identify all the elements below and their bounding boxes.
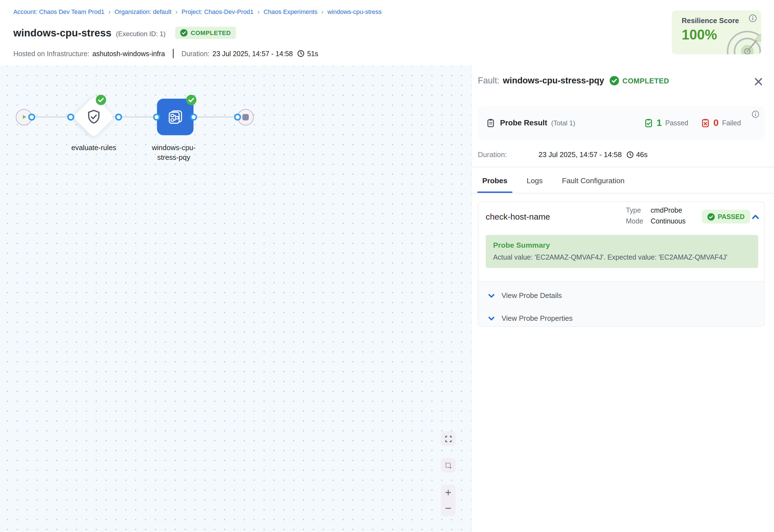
passed-label: Passed <box>665 119 688 127</box>
probe-result-total: (Total 1) <box>551 119 575 127</box>
info-icon[interactable] <box>749 14 756 22</box>
breadcrumb-item: Chaos Experiments › <box>264 8 328 15</box>
execution-id-label: (Execution ID: 1) <box>116 30 166 37</box>
meta-divider <box>173 49 174 58</box>
page-header: Account: Chaos Dev Team Prod1 › Organiza… <box>0 0 774 66</box>
panel-tab[interactable]: Probes <box>477 167 512 193</box>
tabs-divider <box>472 193 774 193</box>
probe-card-footer: View Probe Details View Probe Properties <box>478 281 764 326</box>
duration-seconds: 51s <box>307 49 318 57</box>
probe-status-label: PASSED <box>718 213 745 220</box>
breadcrumb-separator-icon: › <box>108 9 111 15</box>
close-icon[interactable] <box>753 76 763 87</box>
failed-label: Failed <box>722 119 741 127</box>
marquee-select-icon <box>445 462 452 469</box>
breadcrumb-link[interactable]: Organization: default <box>115 8 172 15</box>
status-badge-label: COMPLETED <box>191 29 231 36</box>
breadcrumb-link[interactable]: Account: Chaos Dev Team Prod1 <box>13 8 105 15</box>
breadcrumb-item: Organization: default › <box>115 8 182 15</box>
breadcrumb-link[interactable]: Chaos Experiments <box>264 8 317 15</box>
fault-status-label: COMPLETED <box>622 77 669 84</box>
node-label-fault: windows-cpu-stress-pqy <box>147 143 201 163</box>
passed-count: 1 <box>656 118 662 128</box>
marquee-select-button[interactable] <box>441 458 456 473</box>
resilience-score-card: Resilience Score 100% <box>672 10 761 54</box>
play-icon <box>21 113 28 120</box>
fault-header: Fault: windows-cpu-stress-pqy COMPLETED <box>478 76 669 86</box>
node-success-badge-icon <box>96 95 106 105</box>
fault-duration-seconds: 46s <box>636 151 648 158</box>
port <box>153 114 160 120</box>
check-circle-icon <box>610 76 619 85</box>
probe-summary-text: Actual value: 'EC2AMAZ-QMVAF4J'. Expecte… <box>493 253 751 261</box>
clock-icon <box>626 151 634 158</box>
fault-duration-label: Duration: <box>478 151 539 158</box>
clipboard-x-icon <box>701 118 710 127</box>
zoom-controls <box>441 485 456 516</box>
probe-result-summary: Probe Result (Total 1) <box>486 106 575 140</box>
breadcrumb-separator-icon: › <box>321 9 324 15</box>
fault-duration-value: 23 Jul 2025, 14:57 - 14:58 <box>539 151 622 158</box>
panel-tab[interactable]: Logs <box>522 167 547 193</box>
breadcrumb-item: Account: Chaos Dev Team Prod1 › <box>13 8 115 15</box>
probe-mode-value: Continuous <box>651 217 686 225</box>
probe-expand-row[interactable]: View Probe Details <box>478 284 764 307</box>
chevron-down-icon <box>488 292 495 299</box>
node-success-badge-icon <box>186 95 196 105</box>
resilience-score-value: 100% <box>682 27 717 43</box>
panel-tab[interactable]: Fault Configuration <box>557 167 629 193</box>
chaos-fault-icon <box>166 108 185 126</box>
hosted-label: Hosted on Infrastructure: <box>13 49 90 57</box>
breadcrumb-link[interactable]: Project: Chaos-Dev-Prod1 <box>182 8 254 15</box>
breadcrumb-item: Project: Chaos-Dev-Prod1 › <box>182 8 264 15</box>
probe-expand-label: View Probe Details <box>502 292 562 299</box>
chevron-up-icon[interactable] <box>751 213 760 221</box>
clipboard-check-icon <box>644 118 653 127</box>
execution-meta-row: Hosted on Infrastructure: ashutosh-windo… <box>13 49 318 58</box>
probe-result-card: Probe Result (Total 1) 1 Passed 0 Failed <box>478 106 765 140</box>
page-title: windows-cpu-stress <box>13 27 111 39</box>
probe-expand-label: View Probe Properties <box>502 314 573 322</box>
fault-details-panel: Fault: windows-cpu-stress-pqy COMPLETED … <box>472 66 774 532</box>
probe-summary-title: Probe Summary <box>493 241 751 249</box>
info-icon[interactable] <box>752 111 759 118</box>
check-circle-icon <box>180 29 188 37</box>
evaluate-rules-node[interactable] <box>73 96 115 138</box>
zoom-out-button[interactable] <box>441 500 456 516</box>
check-circle-icon <box>707 213 715 220</box>
breadcrumb-link[interactable]: windows-cpu-stress <box>328 8 382 15</box>
status-badge: COMPLETED <box>175 27 236 39</box>
breadcrumb-separator-icon: › <box>175 9 178 15</box>
port <box>190 114 197 120</box>
probe-mode-label: Mode <box>626 217 643 225</box>
fault-name: windows-cpu-stress-pqy <box>503 76 604 86</box>
zoom-in-button[interactable] <box>441 485 456 501</box>
hosted-value: ashutosh-windows-infra <box>92 49 165 57</box>
probe-type-mode: Type cmdProbe Mode Continuous <box>626 206 686 225</box>
probe-card: check-host-name Type cmdProbe Mode Conti… <box>478 201 765 327</box>
port <box>234 114 241 120</box>
breadcrumb-item: windows-cpu-stress › <box>328 8 382 15</box>
title-row: windows-cpu-stress (Execution ID: 1) COM… <box>13 27 236 39</box>
duration-label: Duration: <box>182 49 210 57</box>
probe-name: check-host-name <box>486 212 550 222</box>
resilience-score-label: Resilience Score <box>682 17 739 24</box>
fullscreen-icon <box>445 435 452 442</box>
plus-icon <box>444 489 452 496</box>
port <box>115 114 122 120</box>
probe-expand-row[interactable]: View Probe Properties <box>478 307 764 327</box>
fault-duration-row: Duration: 23 Jul 2025, 14:57 - 14:58 46s <box>478 151 648 158</box>
minus-icon <box>444 504 452 512</box>
pipeline-canvas[interactable]: evaluate-rules windows-cpu-stress-pqy <box>0 66 472 532</box>
fullscreen-button[interactable] <box>441 431 456 446</box>
probe-summary-box: Probe Summary Actual value: 'EC2AMAZ-QMV… <box>486 235 758 268</box>
chevron-down-icon <box>488 315 495 322</box>
node-label-evaluate-rules: evaluate-rules <box>54 143 133 153</box>
clock-icon <box>297 50 305 57</box>
panel-tabs: Probes Logs Fault Configuration <box>477 167 629 193</box>
probe-type-label: Type <box>626 206 643 214</box>
clipboard-icon <box>486 118 495 127</box>
probe-type-value: cmdProbe <box>651 206 686 214</box>
stop-icon <box>242 114 249 120</box>
fault-label: Fault: <box>478 76 500 86</box>
